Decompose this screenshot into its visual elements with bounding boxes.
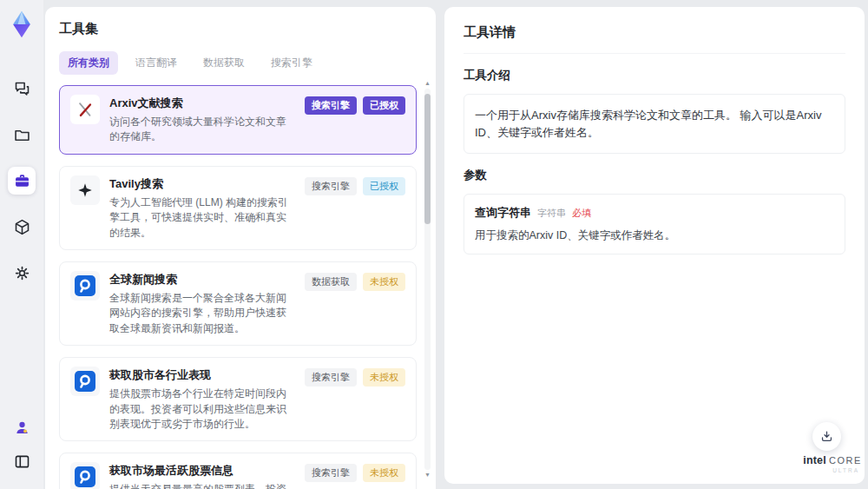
sparkle-icon xyxy=(70,175,100,205)
status-badge: 已授权 xyxy=(363,177,405,195)
param-box: 查询字符串 字符串 必填 用于搜索的Arxiv ID、关键字或作者姓名。 xyxy=(464,194,845,254)
tab-search-engine[interactable]: 搜索引擎 xyxy=(262,51,321,75)
card-body: Arxiv文献搜索 访问各个研究领域大量科学论文和文章的存储库。 xyxy=(109,95,295,145)
tool-title: Tavily搜索 xyxy=(109,176,295,192)
folder-icon[interactable] xyxy=(8,121,36,149)
intro-box: 一个用于从Arxiv存储库搜索科学论文和文章的工具。 输入可以是Arxiv ID… xyxy=(464,94,845,154)
rail-nav xyxy=(8,75,36,287)
news-app-icon xyxy=(70,367,100,396)
left-rail xyxy=(0,0,43,489)
status-badge: 已授权 xyxy=(363,96,405,115)
tool-card-sector-performance[interactable]: 获取股市各行业表现 提供股票市场各个行业在特定时间段内的表现。投资者可以利用这些… xyxy=(59,357,417,441)
tool-title: 全球新闻搜索 xyxy=(109,272,295,287)
scrollbar-thumb[interactable] xyxy=(424,94,431,224)
tool-desc: 提供股票市场各个行业在特定时间段内的表现。投资者可以利用这些信息来识别表现优于或… xyxy=(109,387,295,432)
scroll-up-icon[interactable]: ▲ xyxy=(424,80,431,87)
news-app-icon xyxy=(70,462,100,489)
card-tags: 搜索引擎 未授权 xyxy=(305,367,405,387)
card-tags: 搜索引擎 已授权 xyxy=(305,95,405,115)
tab-all-categories[interactable]: 所有类别 xyxy=(59,51,118,75)
status-badge: 未授权 xyxy=(363,368,405,387)
tool-title: 获取股市各行业表现 xyxy=(109,367,295,383)
tool-title: 获取市场最活跃股票信息 xyxy=(109,463,295,479)
card-body: 获取股市各行业表现 提供股票市场各个行业在特定时间段内的表现。投资者可以利用这些… xyxy=(109,367,295,432)
intro-text: 一个用于从Arxiv存储库搜索科学论文和文章的工具。 输入可以是Arxiv ID… xyxy=(475,109,821,139)
params-heading: 参数 xyxy=(464,168,845,183)
download-button[interactable] xyxy=(812,422,841,451)
chat-icon[interactable] xyxy=(8,75,36,102)
tab-data-fetch[interactable]: 数据获取 xyxy=(194,51,253,75)
category-tag: 搜索引擎 xyxy=(305,464,357,482)
app-logo-icon xyxy=(6,9,37,40)
intel-core-wordmark: intel CORE xyxy=(802,454,863,466)
card-body: 全球新闻搜索 全球新闻搜索是一个聚合全球各大新闻网站内容的搜索引擎，帮助用户快速… xyxy=(109,271,295,336)
rail-bottom xyxy=(8,413,36,475)
card-body: 获取市场最活跃股票信息 提供当天交易量最高的股票列表，投资者可以利用这些信息来识… xyxy=(109,462,295,489)
category-tag: 数据获取 xyxy=(305,273,357,291)
details-title: 工具详情 xyxy=(464,24,845,54)
download-icon xyxy=(819,429,834,444)
scrollbar-track[interactable] xyxy=(424,89,431,470)
param-type: 字符串 xyxy=(537,207,566,220)
param-desc: 用于搜索的Arxiv ID、关键字或作者姓名。 xyxy=(475,228,834,243)
arxiv-icon xyxy=(70,95,100,124)
param-head: 查询字符串 字符串 必填 xyxy=(475,205,834,221)
param-required-badge: 必填 xyxy=(572,207,591,220)
param-name: 查询字符串 xyxy=(475,205,531,221)
tool-title: Arxiv文献搜索 xyxy=(109,96,295,111)
intel-core-logo: intel CORE ULTRA xyxy=(802,454,863,473)
tool-card-tavily[interactable]: Tavily搜索 专为人工智能代理 (LLM) 构建的搜索引擎工具，可快速提供实… xyxy=(59,166,417,250)
category-tabs: 所有类别 语言翻译 数据获取 搜索引擎 xyxy=(45,37,436,75)
core-wordmark: CORE xyxy=(829,455,862,466)
scroll-down-icon[interactable]: ▼ xyxy=(424,472,431,479)
category-tag: 搜索引擎 xyxy=(305,96,357,115)
tool-card-most-active-stocks[interactable]: 获取市场最活跃股票信息 提供当天交易量最高的股票列表，投资者可以利用这些信息来识… xyxy=(59,453,417,489)
card-body: Tavily搜索 专为人工智能代理 (LLM) 构建的搜索引擎工具，可快速提供实… xyxy=(109,175,295,241)
user-icon[interactable] xyxy=(8,413,36,441)
card-tags: 搜索引擎 已授权 xyxy=(305,175,405,195)
category-tag: 搜索引擎 xyxy=(305,368,357,387)
tool-card-global-news[interactable]: 全球新闻搜索 全球新闻搜索是一个聚合全球各大新闻网站内容的搜索引擎，帮助用户快速… xyxy=(59,261,417,346)
status-badge: 未授权 xyxy=(363,273,405,291)
briefcase-icon[interactable] xyxy=(8,167,36,195)
intel-wordmark: intel xyxy=(803,454,826,466)
news-app-icon xyxy=(70,271,100,301)
status-badge: 未授权 xyxy=(363,464,405,482)
tool-desc: 提供当天交易量最高的股票列表，投资者可以利用这些信息来识别流动性强的股票和潜在的… xyxy=(109,482,295,489)
panel-toggle-icon[interactable] xyxy=(8,447,36,475)
category-tag: 搜索引擎 xyxy=(305,177,357,195)
tool-details-panel: 工具详情 工具介绍 一个用于从Arxiv存储库搜索科学论文和文章的工具。 输入可… xyxy=(444,7,865,484)
page-title: 工具集 xyxy=(45,7,436,37)
tool-card-arxiv[interactable]: Arxiv文献搜索 访问各个研究领域大量科学论文和文章的存储库。 搜索引擎 已授… xyxy=(59,85,417,155)
list-scrollbar[interactable]: ▲ ▼ xyxy=(424,80,431,479)
card-tags: 数据获取 未授权 xyxy=(305,271,405,291)
card-tags: 搜索引擎 未授权 xyxy=(305,462,405,482)
tool-card-list: Arxiv文献搜索 访问各个研究领域大量科学论文和文章的存储库。 搜索引擎 已授… xyxy=(45,75,436,489)
ultra-wordmark: ULTRA xyxy=(802,467,863,473)
cube-icon[interactable] xyxy=(8,213,36,241)
tab-language-translation[interactable]: 语言翻译 xyxy=(127,51,186,75)
tool-desc: 专为人工智能代理 (LLM) 构建的搜索引擎工具，可快速提供实时、准确和真实的结… xyxy=(109,195,295,241)
intro-heading: 工具介绍 xyxy=(464,68,845,83)
gear-icon[interactable] xyxy=(8,259,36,287)
tool-desc: 访问各个研究领域大量科学论文和文章的存储库。 xyxy=(109,115,295,145)
tool-desc: 全球新闻搜索是一个聚合全球各大新闻网站内容的搜索引擎，帮助用户快速获取全球最新资… xyxy=(109,291,295,336)
tool-list-panel: 工具集 所有类别 语言翻译 数据获取 搜索引擎 Arxiv文献搜索 访问各个研究… xyxy=(45,7,436,489)
